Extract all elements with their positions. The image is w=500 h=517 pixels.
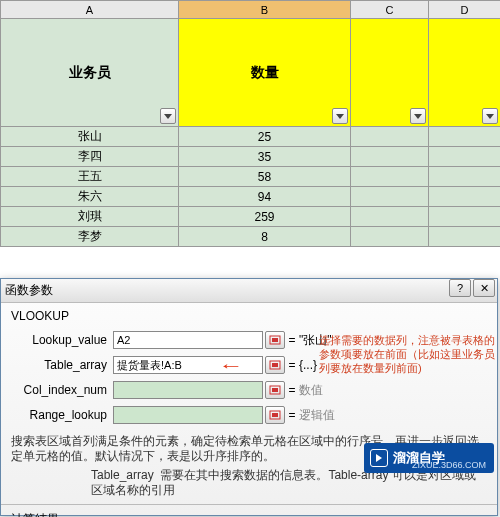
col-index-num-label: Col_index_num [11,383,113,397]
table-array-result: {...} [299,358,317,372]
dialog-titlebar[interactable]: 函数参数 ? ✕ [1,279,497,303]
table-row: 李梦8 [1,227,501,247]
col-header-b[interactable]: B [179,1,351,19]
filter-dropdown-b[interactable] [332,108,348,124]
dialog-title: 函数参数 [5,282,53,299]
header-b-label: 数量 [251,64,279,80]
header-cell-a[interactable]: 业务员 [1,19,179,127]
table-array-label: Table_array [11,358,113,372]
table-row: 王五58 [1,167,501,187]
cell-name[interactable]: 李四 [1,147,179,167]
range-lookup-label: Range_lookup [11,408,113,422]
cell-name[interactable]: 刘琪 [1,207,179,227]
filter-dropdown-c[interactable] [410,108,426,124]
col-header-d[interactable]: D [429,1,501,19]
table-row: 李四35 [1,147,501,167]
col-index-num-result: 数值 [299,382,323,399]
watermark-url: ZIXUE.3D66.COM [412,460,486,470]
equals-sign: = [285,408,299,422]
cell-qty[interactable]: 259 [179,207,351,227]
cell-qty[interactable]: 35 [179,147,351,167]
divider [1,504,497,505]
equals-sign: = [285,383,299,397]
col-header-a[interactable]: A [1,1,179,19]
lookup-value-refselect-button[interactable] [265,331,285,349]
lookup-value-input[interactable]: A2 [113,331,263,349]
watermark-logo: 溜溜自学 ZIXUE.3D66.COM [364,443,494,473]
cell-qty[interactable]: 8 [179,227,351,247]
svg-rect-7 [272,413,278,417]
range-lookup-refselect-button[interactable] [265,406,285,424]
header-cell-d[interactable] [429,19,501,127]
dialog-help-button[interactable]: ? [449,279,471,297]
table-row: 刘琪259 [1,207,501,227]
cell-qty[interactable]: 58 [179,167,351,187]
header-cell-c[interactable] [351,19,429,127]
dialog-close-button[interactable]: ✕ [473,279,495,297]
annotation-arrow-icon: ← [218,357,244,375]
annotation-text: 选择需要的数据列，注意被寻表格的参数项要放在前面（比如这里业务员列要放在数量列前… [319,333,495,375]
col-index-num-input[interactable] [113,381,263,399]
function-name: VLOOKUP [11,309,487,323]
equals-sign: = [285,333,299,347]
cell-name[interactable]: 李梦 [1,227,179,247]
cell-qty[interactable]: 25 [179,127,351,147]
table-array-refselect-button[interactable] [265,356,285,374]
col-header-c[interactable]: C [351,1,429,19]
header-a-label: 业务员 [69,64,111,80]
svg-rect-3 [272,363,278,367]
equals-sign: = [285,358,299,372]
play-icon [370,449,388,467]
range-lookup-result: 逻辑值 [299,407,335,424]
range-lookup-input[interactable] [113,406,263,424]
filter-dropdown-d[interactable] [482,108,498,124]
spreadsheet[interactable]: A B C D 业务员 数量 张山25 李四35 王五58 [0,0,500,247]
function-arguments-dialog: 函数参数 ? ✕ VLOOKUP Lookup_value A2 = "张山" … [0,278,498,516]
calc-result-label: 计算结果 = [11,511,487,517]
col-index-num-refselect-button[interactable] [265,381,285,399]
lookup-value-label: Lookup_value [11,333,113,347]
cell-qty[interactable]: 94 [179,187,351,207]
table-row: 朱六94 [1,187,501,207]
cell-name[interactable]: 朱六 [1,187,179,207]
svg-rect-5 [272,388,278,392]
cell-name[interactable]: 张山 [1,127,179,147]
table-row: 张山25 [1,127,501,147]
header-cell-b[interactable]: 数量 [179,19,351,127]
svg-rect-1 [272,338,278,342]
filter-dropdown-a[interactable] [160,108,176,124]
cell-name[interactable]: 王五 [1,167,179,187]
